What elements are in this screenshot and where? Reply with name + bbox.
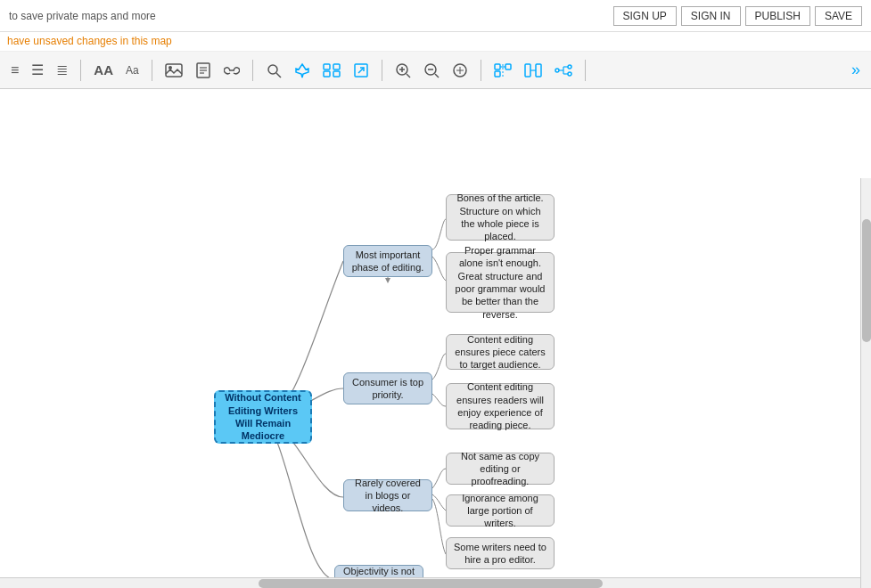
svg-point-35	[568, 72, 571, 76]
connection-lines	[0, 89, 871, 588]
svg-rect-12	[333, 71, 340, 77]
svg-line-8	[276, 73, 281, 78]
align-center-icon[interactable]: ☰	[28, 60, 47, 80]
mind-map-canvas[interactable]: Without Content Editing Writers Will Rem…	[0, 89, 871, 588]
svg-rect-10	[333, 64, 340, 69]
svg-line-21	[435, 74, 439, 78]
vertical-scrollbar-thumb[interactable]	[862, 219, 871, 342]
leaf-node-3[interactable]: Content editing ensures piece caters to …	[446, 334, 555, 370]
toolbar-separator-3	[252, 60, 253, 81]
expand-nodes-icon[interactable]	[490, 61, 515, 79]
font-large-icon[interactable]: AA	[90, 61, 117, 79]
svg-rect-26	[505, 64, 511, 69]
signup-button[interactable]: SIGN UP	[613, 6, 677, 26]
horizontal-scrollbar[interactable]	[0, 577, 860, 588]
svg-point-33	[555, 69, 559, 72]
layout-icon[interactable]	[319, 61, 344, 79]
toolbar: ≡ ☰ ≣ AA Aa »	[0, 52, 871, 89]
leaf-node-4[interactable]: Content editing ensures readers will enj…	[446, 383, 555, 429]
search-icon[interactable]	[262, 61, 285, 80]
horizontal-scrollbar-thumb[interactable]	[259, 579, 603, 588]
toolbar-separator-5	[481, 60, 481, 81]
leaf-node-5[interactable]: Not same as copy editing or proofreading…	[446, 453, 555, 485]
align-left-icon[interactable]: ≡	[7, 61, 22, 80]
central-node[interactable]: Without Content Editing Writers Will Rem…	[214, 390, 312, 444]
mid-node-1[interactable]: Most important phase of editing.	[343, 245, 432, 277]
unsaved-changes-message: have unsaved changes in this map	[0, 32, 871, 52]
save-message: to save private maps and more	[9, 10, 156, 22]
publish-button[interactable]: PUBLISH	[745, 6, 810, 26]
link-icon[interactable]	[220, 63, 243, 78]
svg-rect-0	[166, 64, 182, 77]
svg-line-18	[407, 74, 410, 78]
svg-rect-25	[495, 64, 500, 69]
mid-node-2[interactable]: Consumer is top priority.	[343, 372, 432, 404]
svg-line-14	[358, 68, 364, 73]
leaf-node-1[interactable]: Bones of the article. Structure on which…	[446, 194, 555, 241]
collapse-nodes-icon[interactable]	[521, 61, 546, 79]
zoom-out-icon[interactable]	[420, 61, 443, 80]
font-small-icon[interactable]: Aa	[122, 62, 143, 78]
save-button[interactable]: SAVE	[815, 6, 862, 26]
svg-point-34	[568, 65, 571, 69]
toolbar-separator-6	[585, 60, 586, 81]
toolbar-separator-1	[80, 60, 81, 81]
note-icon[interactable]	[192, 61, 215, 80]
toolbar-separator-4	[382, 60, 382, 81]
svg-rect-11	[324, 71, 330, 77]
leaf-node-2[interactable]: Proper grammar alone isn't enough. Great…	[446, 252, 555, 313]
top-bar: to save private maps and more SIGN UP SI…	[0, 0, 871, 32]
signin-button[interactable]: SIGN IN	[681, 6, 741, 26]
toolbar-right: »	[848, 59, 864, 81]
fit-icon[interactable]	[448, 61, 472, 80]
export-icon[interactable]	[349, 61, 373, 80]
toolbar-separator-2	[152, 60, 152, 81]
pin-icon[interactable]	[291, 61, 314, 80]
subtree-icon[interactable]	[551, 61, 576, 79]
mid-node-3[interactable]: Rarely covered in blogs or videos.	[343, 479, 432, 511]
svg-point-7	[268, 65, 277, 74]
svg-rect-9	[324, 64, 330, 69]
vertical-scrollbar[interactable]	[860, 178, 871, 588]
leaf-node-6[interactable]: Ignorance among large portion of writers…	[446, 494, 555, 527]
svg-rect-27	[495, 71, 500, 77]
image-icon[interactable]	[161, 61, 186, 79]
expand-toolbar-button[interactable]: »	[848, 59, 864, 81]
leaf-node-7[interactable]: Some writers need to hire a pro editor.	[446, 537, 555, 569]
zoom-in-icon[interactable]	[391, 61, 415, 80]
svg-rect-31	[536, 64, 541, 77]
svg-rect-30	[525, 64, 530, 77]
align-right-icon[interactable]: ≣	[53, 60, 71, 80]
